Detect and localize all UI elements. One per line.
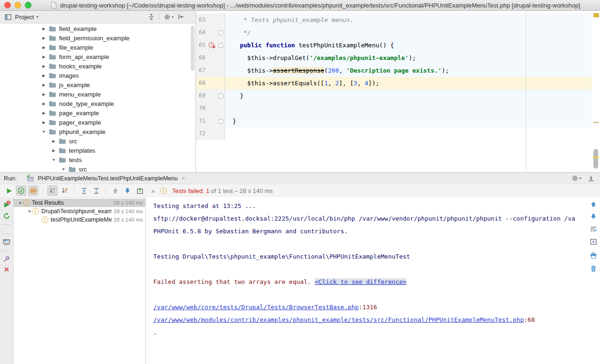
soft-wrap-icon[interactable] [590, 225, 597, 233]
chevron-collapsed-icon[interactable]: ▶ [41, 64, 46, 68]
gear-icon[interactable]: ▾ [571, 175, 581, 182]
code-line[interactable]: 71} [196, 115, 600, 127]
zoom-window-button[interactable] [25, 2, 31, 8]
warning-stripe-mark[interactable] [593, 122, 599, 123]
code-line[interactable]: 64 */ [196, 26, 600, 39]
code-line[interactable]: 70 [196, 102, 600, 115]
rerun-failed-tests-button[interactable] [2, 201, 11, 209]
code-line[interactable]: 69 } [196, 89, 600, 102]
console-link[interactable]: <Click to see difference> [315, 278, 406, 285]
chevron-collapsed-icon[interactable]: ▶ [41, 74, 46, 78]
fold-marker-icon[interactable] [218, 119, 223, 124]
tree-item[interactable]: ▶js_example [0, 80, 195, 89]
project-scrollbar[interactable] [191, 26, 195, 71]
tree-item[interactable]: ▶form_api_example [0, 52, 195, 61]
chevron-collapsed-icon[interactable]: ▶ [41, 111, 46, 115]
rerun-failed-test-gutter-icon[interactable]: ! [209, 42, 216, 48]
pin-icon[interactable] [3, 255, 10, 263]
scroll-to-end-icon[interactable] [590, 238, 597, 246]
editor-scrollbar[interactable] [593, 149, 598, 169]
rerun-test-button[interactable] [3, 212, 10, 220]
code-line[interactable]: 63 * Tests phpunit_example menus. [196, 14, 600, 26]
down-arrow-icon[interactable] [590, 213, 597, 220]
test-tree-row[interactable]: ▼!Drupal\Tests\phpunit_example\Functiona… [14, 207, 145, 215]
editor[interactable]: 63 * Tests phpunit_example menus.64 */65… [196, 11, 600, 172]
chevron-collapsed-icon[interactable]: ▶ [41, 92, 46, 97]
tree-item-label: file_example [59, 44, 93, 51]
sort-alphabetically-toggle[interactable]: az [47, 186, 58, 196]
tree-item[interactable]: ▶hooks_example [0, 61, 195, 71]
tree-item[interactable]: ▶page_example [0, 108, 195, 118]
chevron-collapsed-icon[interactable]: ▶ [51, 149, 56, 153]
chevron-collapsed-icon[interactable]: ▶ [41, 27, 46, 31]
tree-item[interactable]: ▶templates [0, 146, 195, 155]
chevron-collapsed-icon[interactable]: ▶ [51, 139, 56, 143]
code-line[interactable]: 67 $this->assertResponse(200, 'Descripti… [196, 64, 600, 77]
close-window-button[interactable] [4, 2, 11, 8]
previous-failed-test-button[interactable] [110, 186, 120, 196]
project-tree: ▶field_example▶field_permission_example▶… [0, 24, 195, 172]
up-arrow-icon[interactable] [590, 201, 597, 208]
gear-icon[interactable]: ▾ [164, 14, 173, 21]
fold-marker-icon[interactable] [218, 30, 223, 35]
print-icon[interactable] [590, 252, 597, 259]
show-ignored-toggle[interactable] [28, 186, 38, 196]
tree-item[interactable]: ▶images [0, 71, 195, 80]
trash-icon[interactable] [590, 265, 597, 272]
tree-item[interactable]: ▶pager_example [0, 118, 195, 127]
minimize-window-button[interactable] [15, 2, 21, 8]
chevron-expanded-icon[interactable]: ▼ [41, 130, 46, 134]
inspection-indicator[interactable] [593, 13, 599, 17]
hide-panel-icon[interactable] [178, 14, 184, 20]
next-failed-test-button[interactable] [122, 186, 133, 196]
chevron-collapsed-icon[interactable]: ▶ [41, 83, 46, 87]
chevron-collapsed-icon[interactable]: ▶ [41, 55, 46, 59]
test-console[interactable]: Testing started at 13:25 ...sftp://docke… [146, 197, 587, 364]
collapse-all-button[interactable] [91, 186, 101, 196]
code-line[interactable]: 66 $this->drupalGet('/examples/phpunit-e… [196, 52, 600, 64]
import-export-test-results-button[interactable] [135, 186, 145, 196]
test-failed-icon: ! [42, 216, 48, 223]
test-tree-row[interactable]: !testPhpUnitExampleMenu28 s 140 ms [14, 215, 145, 224]
chevron-collapsed-icon[interactable]: ▶ [41, 102, 46, 106]
close-icon[interactable]: × [181, 175, 185, 182]
sort-by-duration-toggle[interactable] [60, 186, 70, 196]
chevron-collapsed-icon[interactable]: ▶ [41, 120, 46, 125]
tree-item[interactable]: ▼tests [0, 155, 195, 164]
scroll-from-source-button[interactable] [148, 14, 155, 20]
ide-window: drupal-testing-workshop [~/Code/os/drupa… [0, 0, 600, 364]
code-line[interactable]: 65! public function testPhpUnitExampleMe… [196, 39, 600, 52]
chevron-expanded-icon[interactable]: ▼ [27, 209, 32, 214]
code-line[interactable]: 68 $this->assertEquals([1, 2], [3, 4]); [196, 77, 600, 89]
close-icon[interactable] [3, 266, 10, 273]
tree-item[interactable]: ▶menu_example [0, 89, 195, 99]
toolbar-overflow-chevron[interactable]: » [151, 187, 155, 194]
show-passed-toggle[interactable] [16, 186, 26, 196]
code-line[interactable]: 72 [196, 127, 600, 140]
chevron-expanded-icon[interactable]: ▼ [51, 158, 56, 162]
folder-icon [49, 44, 56, 51]
tree-item[interactable]: ▶file_example [0, 43, 195, 52]
console-link[interactable]: /var/www/web/core/tests/Drupal/Tests/Bro… [153, 304, 359, 311]
tree-item[interactable]: ▶src [0, 136, 195, 146]
chevron-collapsed-icon[interactable]: ▶ [41, 45, 46, 50]
run-tab[interactable]: php PHPUnitExampleMenuTest.testPhpUnitEx… [24, 173, 188, 184]
console-link[interactable]: /var/www/web/modules/contrib/examples/ph… [153, 316, 524, 323]
chevron-expanded-icon[interactable]: ▼ [61, 167, 66, 171]
test-tree-row[interactable]: ▼!Test Results28 s 140 ms [14, 199, 145, 207]
tree-item[interactable]: ▶field_example [0, 24, 195, 33]
expand-all-button[interactable] [79, 186, 89, 196]
chevron-expanded-icon[interactable]: ▼ [17, 201, 23, 205]
fold-marker-icon[interactable] [218, 43, 223, 48]
hide-panel-icon[interactable] [588, 175, 594, 182]
run-button[interactable] [4, 186, 14, 196]
restore-layout-button[interactable] [3, 238, 10, 246]
project-panel-title[interactable]: Project [15, 14, 34, 21]
chevron-down-icon[interactable]: ▾ [36, 15, 38, 19]
tree-item[interactable]: ▶node_type_example [0, 99, 195, 108]
tree-item[interactable]: ▼src [0, 164, 195, 172]
tree-item[interactable]: ▼phpunit_example [0, 127, 195, 136]
chevron-collapsed-icon[interactable]: ▶ [41, 36, 46, 40]
fold-marker-icon[interactable] [218, 94, 223, 98]
tree-item[interactable]: ▶field_permission_example [0, 33, 195, 43]
